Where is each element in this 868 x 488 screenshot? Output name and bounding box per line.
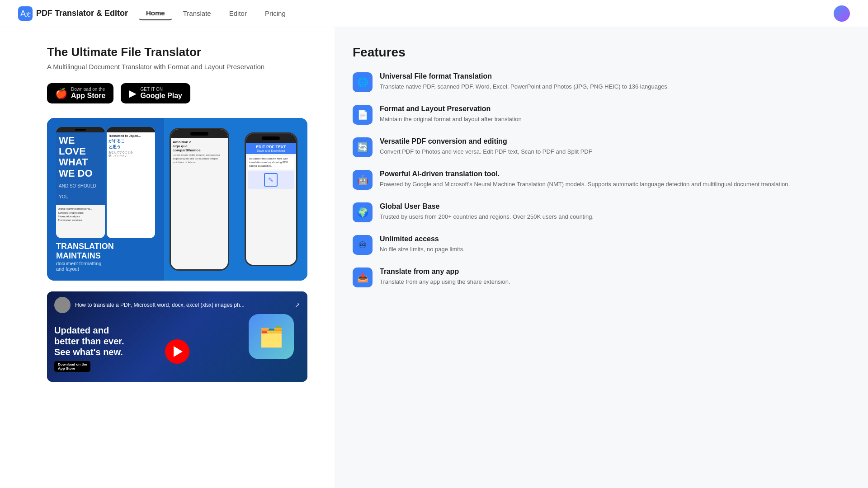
feature-item-anyapp: 📤 Translate from any app Translate from … <box>353 267 841 287</box>
translation-maintains-label: TRANSLATION MAINTAINS document formattin… <box>56 242 155 272</box>
nav-pricing[interactable]: Pricing <box>258 7 293 20</box>
phone-mockup-3: Ambition éalgo quecompartilhamos Lorem i… <box>170 128 229 271</box>
feature-item-universal: 🌐 Universal File format Translation Tran… <box>353 72 841 92</box>
logo-icon: A 文 <box>18 6 33 21</box>
screenshot-left: WE LOVEWHAT WE DOAND SO SHOULD YOU Digit… <box>47 118 164 281</box>
feature-name-unlimited: Unlimited access <box>380 235 841 243</box>
edit-pdf-header: EDIT PDF TEXT Save and Download <box>246 143 296 154</box>
feature-icon-glyph-universal: 🌐 <box>357 77 368 88</box>
feature-desc-ai: Powered by Google and Microsoft's Neural… <box>380 180 841 189</box>
feature-desc-unlimited: No file size limits, no page limits. <box>380 245 841 254</box>
svg-text:文: 文 <box>25 11 31 18</box>
features-list: 🌐 Universal File format Translation Tran… <box>353 72 841 287</box>
feature-desc-global: Trusted by users from 200+ countries and… <box>380 212 841 221</box>
nav-translate[interactable]: Translate <box>176 7 218 20</box>
app-store-button[interactable]: 🍎 Download on the App Store <box>47 83 113 103</box>
feature-text-ai: Powerful AI-driven translation tool. Pow… <box>380 170 841 189</box>
app-store-small: Download on the <box>71 87 105 92</box>
hero-subtitle: A Multilingual Document Translator with … <box>47 63 307 70</box>
feature-item-global: 🌍 Global User Base Trusted by users from… <box>353 202 841 222</box>
feature-text-unlimited: Unlimited access No file size limits, no… <box>380 235 841 254</box>
feature-icon-glyph-versatile: 🔄 <box>357 142 368 153</box>
google-play-text: GET IT ON Google Play <box>140 87 182 100</box>
app-store-text: Download on the App Store <box>71 87 105 100</box>
apple-icon: 🍎 <box>55 88 67 99</box>
feature-text-versatile: Versatile PDF conversion and editing Con… <box>380 137 841 156</box>
feature-desc-format: Maintain the original format and layout … <box>380 115 841 124</box>
phone-mockup-2: Translated to Japan... がすること思う あなたのすることを… <box>107 127 156 238</box>
feature-name-universal: Universal File format Translation <box>380 72 841 80</box>
feature-text-format: Format and Layout Preservation Maintain … <box>380 105 841 124</box>
video-overlay: How to translate a PDF, Microsoft word, … <box>47 291 307 382</box>
share-icon: ↗ <box>295 301 300 309</box>
phone-body-mid: Ambition éalgo quecompartilhamos Lorem i… <box>171 138 228 270</box>
nav-home[interactable]: Home <box>139 6 172 20</box>
feature-icon-format: 📄 <box>353 105 373 125</box>
feature-icon-glyph-format: 📄 <box>357 109 368 120</box>
left-panel: The Ultimate File Translator A Multiling… <box>0 27 335 488</box>
main-container: The Ultimate File Translator A Multiling… <box>0 27 868 488</box>
feature-text-anyapp: Translate from any app Translate from an… <box>380 267 841 286</box>
video-thumbnail[interactable]: 🗂️ How to translate a PDF, Microsoft wor… <box>47 291 307 382</box>
feature-icon-universal: 🌐 <box>353 72 373 92</box>
nav: Home Translate Editor Pricing <box>139 6 293 20</box>
feature-icon-unlimited: ♾ <box>353 235 373 255</box>
feature-item-versatile: 🔄 Versatile PDF conversion and editing C… <box>353 137 841 157</box>
feature-name-versatile: Versatile PDF conversion and editing <box>380 137 841 145</box>
feature-desc-universal: Translate native PDF, scanned PDF, Word,… <box>380 82 841 91</box>
header: A 文 PDF Translator & Editor Home Transla… <box>0 0 868 27</box>
feature-icon-glyph-global: 🌍 <box>357 207 368 218</box>
play-button[interactable] <box>165 339 189 364</box>
google-play-button[interactable]: ▶ GET IT ON Google Play <box>121 83 190 103</box>
feature-desc-anyapp: Translate from any app using the share e… <box>380 277 841 286</box>
logo-area: A 文 PDF Translator & Editor <box>18 6 128 21</box>
avatar[interactable] <box>834 5 850 22</box>
logo-text: PDF Translator & Editor <box>36 9 128 18</box>
download-small: Download on theApp Store <box>54 361 90 372</box>
feature-name-format: Format and Layout Preservation <box>380 105 841 113</box>
we-love-text: WE LOVEWHAT WE DOAND SO SHOULD YOU <box>59 135 102 201</box>
phone-top <box>171 129 228 138</box>
phone-body-right: Document text content here with translat… <box>246 154 296 265</box>
phone-mockup-4: EDIT PDF TEXT Save and Download Document… <box>245 132 297 266</box>
video-top: How to translate a PDF, Microsoft word, … <box>54 297 300 313</box>
feature-icon-glyph-unlimited: ♾ <box>359 239 367 250</box>
feature-item-format: 📄 Format and Layout Preservation Maintai… <box>353 105 841 125</box>
feature-name-anyapp: Translate from any app <box>380 267 841 276</box>
feature-item-ai: 🤖 Powerful AI-driven translation tool. P… <box>353 170 841 190</box>
feature-icon-versatile: 🔄 <box>353 137 373 157</box>
google-play-icon: ▶ <box>129 88 137 99</box>
phone-notch-right <box>262 136 280 140</box>
feature-text-global: Global User Base Trusted by users from 2… <box>380 202 841 221</box>
app-store-large: App Store <box>71 92 105 100</box>
feature-icon-ai: 🤖 <box>353 170 373 190</box>
screenshot-right: EDIT PDF TEXT Save and Download Document… <box>235 118 307 281</box>
google-play-small: GET IT ON <box>140 87 182 92</box>
right-panel: Features 🌐 Universal File format Transla… <box>335 27 868 488</box>
feature-text-universal: Universal File format Translation Transl… <box>380 72 841 91</box>
feature-name-global: Global User Base <box>380 202 841 211</box>
feature-icon-glyph-anyapp: 📤 <box>357 272 368 283</box>
phone-top-right <box>246 134 296 143</box>
nav-editor[interactable]: Editor <box>222 7 254 20</box>
play-triangle <box>174 346 183 357</box>
screenshot-mid: Ambition éalgo quecompartilhamos Lorem i… <box>164 118 235 281</box>
hero-title: The Ultimate File Translator <box>47 45 307 59</box>
google-play-large: Google Play <box>140 92 182 100</box>
app-buttons: 🍎 Download on the App Store ▶ GET IT ON … <box>47 83 307 103</box>
feature-icon-glyph-ai: 🤖 <box>357 174 368 185</box>
feature-icon-global: 🌍 <box>353 202 373 222</box>
feature-item-unlimited: ♾ Unlimited access No file size limits, … <box>353 235 841 255</box>
header-right <box>834 5 850 22</box>
screenshots-banner: WE LOVEWHAT WE DOAND SO SHOULD YOU Digit… <box>47 118 307 281</box>
phone-mockup-1: WE LOVEWHAT WE DOAND SO SHOULD YOU Digit… <box>56 127 105 238</box>
feature-name-ai: Powerful AI-driven translation tool. <box>380 170 841 178</box>
feature-icon-anyapp: 📤 <box>353 267 373 287</box>
video-avatar <box>54 297 71 313</box>
video-title-text: How to translate a PDF, Microsoft word, … <box>75 302 290 308</box>
phone-notch <box>190 132 208 136</box>
feature-desc-versatile: Convert PDF to Photos and vice versa. Ed… <box>380 147 841 156</box>
features-title: Features <box>353 45 841 60</box>
